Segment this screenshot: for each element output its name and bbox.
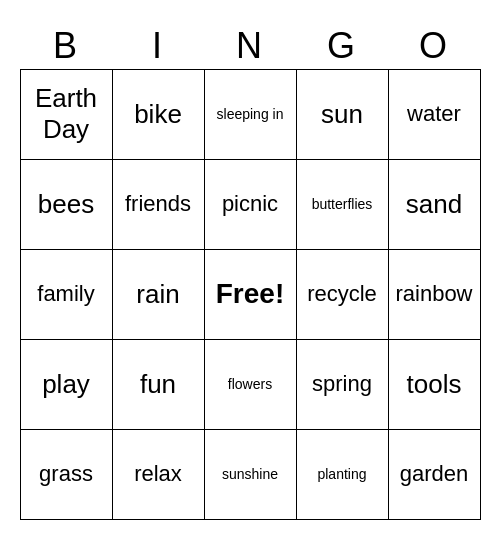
bingo-cell-1-1: friends: [112, 159, 204, 249]
header-i: I: [112, 25, 204, 67]
bingo-cell-4-2: sunshine: [204, 429, 296, 519]
bingo-cell-0-1: bike: [112, 69, 204, 159]
bingo-cell-4-3: planting: [296, 429, 388, 519]
bingo-cell-2-0: family: [20, 249, 112, 339]
bingo-cell-3-3: spring: [296, 339, 388, 429]
bingo-cell-3-0: play: [20, 339, 112, 429]
bingo-cell-2-2: Free!: [204, 249, 296, 339]
header-g: G: [296, 25, 388, 67]
bingo-cell-4-1: relax: [112, 429, 204, 519]
bingo-cell-1-2: picnic: [204, 159, 296, 249]
header-b: B: [20, 25, 112, 67]
bingo-cell-2-4: rainbow: [388, 249, 480, 339]
bingo-cell-4-4: garden: [388, 429, 480, 519]
header-o: O: [388, 25, 480, 67]
header-n: N: [204, 25, 296, 67]
bingo-grid: Earth Daybikesleeping insunwaterbeesfrie…: [20, 69, 481, 520]
bingo-cell-1-4: sand: [388, 159, 480, 249]
bingo-cell-3-2: flowers: [204, 339, 296, 429]
bingo-cell-0-4: water: [388, 69, 480, 159]
bingo-cell-2-1: rain: [112, 249, 204, 339]
bingo-cell-0-3: sun: [296, 69, 388, 159]
bingo-cell-1-3: butterflies: [296, 159, 388, 249]
bingo-cell-3-4: tools: [388, 339, 480, 429]
bingo-cell-2-3: recycle: [296, 249, 388, 339]
bingo-cell-1-0: bees: [20, 159, 112, 249]
bingo-cell-4-0: grass: [20, 429, 112, 519]
bingo-cell-0-2: sleeping in: [204, 69, 296, 159]
bingo-cell-0-0: Earth Day: [20, 69, 112, 159]
bingo-cell-3-1: fun: [112, 339, 204, 429]
bingo-header: B I N G O: [20, 25, 480, 67]
